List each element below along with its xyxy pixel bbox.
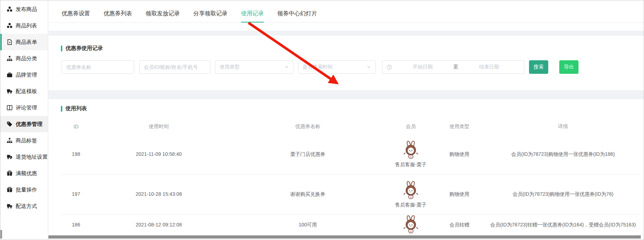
table-row: 197 2021-10-28 15:43:08 谢谢购买兑换券 售后客服-栗子 … [61, 174, 640, 214]
gift-icon [7, 170, 12, 176]
sidebar-item-label: 商品分类 [16, 55, 37, 62]
list-section-title-text: 使用列表 [66, 105, 87, 112]
file-x-icon [7, 39, 12, 45]
tab-claim-issue-records[interactable]: 领取发放记录 [146, 10, 180, 23]
gift-icon [7, 187, 12, 193]
tab-bar-divider [48, 22, 644, 23]
truck-icon [7, 88, 12, 94]
sidebar-item-label: 品牌管理 [16, 72, 37, 78]
cubes-icon [7, 6, 12, 12]
tab-coupon-center-slides[interactable]: 领券中心幻灯片 [277, 10, 317, 23]
sidebar-item-label: 优惠券管理 [16, 121, 42, 128]
sidebar-item-return-address-settings[interactable]: 退货地址设置 [0, 149, 48, 165]
cell-id: 198 [61, 134, 91, 174]
usage-table: ID 使用时间 优惠券名称 会员 使用类型 详情 198 2021-11-09 … [61, 119, 640, 240]
sidebar-item-label: 商品标签 [16, 137, 37, 144]
sidebar-item-batch-operations[interactable]: 批量操作 [0, 182, 48, 198]
horizontal-scrollbar[interactable] [48, 235, 641, 239]
member-avatar [403, 181, 419, 200]
column-header-member: 会员 [389, 119, 433, 134]
sidebar-item-label: 发布商品 [16, 6, 37, 13]
sidebar-item-label: 满额优惠 [16, 170, 37, 177]
start-date-placeholder: 开始日期 [392, 64, 454, 70]
tab-share-claim-records[interactable]: 分享领取记录 [193, 10, 227, 23]
table-row: 198 2021-11-09 10:58:40 栗子门店优惠券 售后客服-栗子 … [61, 134, 640, 174]
export-button[interactable]: 导出 [559, 60, 578, 74]
usage-list-card: 使用列表 ID 使用时间 优惠券名称 会员 使用类型 详情 [48, 99, 644, 240]
cell-type: 购物使用 [433, 134, 486, 174]
member-name: 售后客服-栗子 [395, 202, 427, 208]
filter-row: 使用类型 是否搜索时间 开始日期 至 结束日期 搜索 导出 [62, 60, 578, 74]
search-time-select-placeholder: 是否搜索时间 [303, 64, 333, 70]
cell-coupon: 栗子门店优惠券 [226, 134, 389, 174]
sidebar: 发布商品 商品列表 商品表单 商品分类 品牌管理 配送模板 评论管理 优惠券管 [0, 0, 48, 240]
member-search-input[interactable] [139, 60, 210, 74]
filter-section-title-text: 优惠券使用记录 [66, 45, 103, 52]
use-type-select[interactable]: 使用类型 [215, 60, 293, 74]
column-header-type: 使用类型 [433, 119, 486, 134]
briefcase-icon [7, 72, 12, 78]
member-avatar [403, 215, 419, 234]
cell-member: 售后客服-栗子 [389, 174, 433, 214]
sidebar-item-review-management[interactable]: 评论管理 [0, 99, 48, 116]
sidebar-item-product-form[interactable]: 商品表单 [0, 34, 48, 50]
cell-type: 购物使用 [433, 174, 486, 214]
main-content: 优惠券设置 优惠券列表 领取发放记录 分享领取记录 使用记录 领券中心幻灯片 优… [48, 0, 644, 240]
section-accent-bar [61, 106, 62, 112]
sidebar-item-product-tags[interactable]: 商品标签 [0, 132, 48, 149]
chevron-down-icon [284, 65, 289, 69]
tab-coupon-list[interactable]: 优惠券列表 [104, 10, 132, 23]
sidebar-item-coupon-management[interactable]: 优惠券管理 [0, 116, 48, 132]
table-header-row: ID 使用时间 优惠券名称 会员 使用类型 详情 [61, 119, 640, 134]
sidebar-item-full-discount[interactable]: 满额优惠 [0, 165, 48, 182]
sidebar-item-label: 配送模板 [16, 88, 37, 95]
coupon-usage-filter-card: 优惠券使用记录 使用类型 是否搜索时间 开始日期 至 结束日期 [48, 36, 644, 90]
date-range-picker[interactable]: 开始日期 至 结束日期 [382, 60, 524, 74]
cell-id: 197 [61, 174, 91, 214]
cubes-icon [7, 23, 12, 29]
search-button[interactable]: 搜索 [529, 60, 548, 74]
column-header-coupon: 优惠券名称 [226, 119, 389, 134]
date-range-separator: 至 [454, 64, 459, 70]
cell-time: 2021-10-28 15:43:08 [91, 174, 226, 214]
sitemap-icon [7, 138, 12, 143]
member-name: 售后客服-栗子 [395, 162, 427, 168]
sitemap-icon [7, 56, 12, 61]
tab-coupon-settings[interactable]: 优惠券设置 [62, 10, 90, 23]
sidebar-scrollbar[interactable] [0, 230, 2, 239]
sidebar-item-label: 评论管理 [16, 104, 37, 111]
sidebar-item-label: 商品列表 [16, 22, 37, 29]
cell-detail: 会员(ID为78723)购物使用一张优惠券(ID为76) [486, 174, 640, 214]
sidebar-item-label: 配送方式 [16, 203, 37, 210]
sidebar-item-product-category[interactable]: 商品分类 [0, 50, 48, 67]
sidebar-item-label: 商品表单 [16, 39, 37, 46]
sidebar-item-product-list[interactable]: 商品列表 [0, 17, 48, 34]
cell-detail: 会员(ID为78723)购物使用一张优惠券(ID为186) [486, 134, 640, 174]
list-section-title: 使用列表 [61, 105, 87, 112]
sidebar-item-label: 批量操作 [16, 187, 37, 193]
sidebar-item-shipping-methods[interactable]: 配送方式 [0, 198, 48, 214]
section-accent-bar [61, 46, 62, 51]
search-time-select[interactable]: 是否搜索时间 [298, 60, 376, 74]
coupon-name-input[interactable] [62, 60, 134, 74]
tab-bar: 优惠券设置 优惠券列表 领取发放记录 分享领取记录 使用记录 领券中心幻灯片 [48, 0, 644, 31]
tab-usage-records[interactable]: 使用记录 [241, 10, 264, 23]
cell-time: 2021-11-09 10:58:40 [91, 134, 226, 174]
sidebar-item-label: 退货地址设置 [16, 154, 48, 160]
sidebar-item-shipping-template[interactable]: 配送模板 [0, 83, 48, 99]
column-header-time: 使用时间 [91, 119, 226, 134]
cell-coupon: 谢谢购买兑换券 [226, 174, 389, 214]
end-date-placeholder: 结束日期 [459, 64, 520, 70]
cell-member: 售后客服-栗子 [389, 134, 433, 174]
filter-section-title: 优惠券使用记录 [61, 45, 103, 52]
use-type-select-placeholder: 使用类型 [220, 64, 240, 70]
column-header-id: ID [61, 119, 91, 134]
sidebar-item-brand-management[interactable]: 品牌管理 [0, 67, 48, 83]
tag-icon [7, 121, 12, 127]
chevron-down-icon [367, 65, 371, 69]
truck-icon [7, 154, 12, 160]
columns-icon [7, 105, 12, 111]
column-header-detail: 详情 [486, 119, 640, 134]
clock-icon [387, 65, 392, 70]
sidebar-item-publish-product[interactable]: 发布商品 [0, 1, 48, 17]
